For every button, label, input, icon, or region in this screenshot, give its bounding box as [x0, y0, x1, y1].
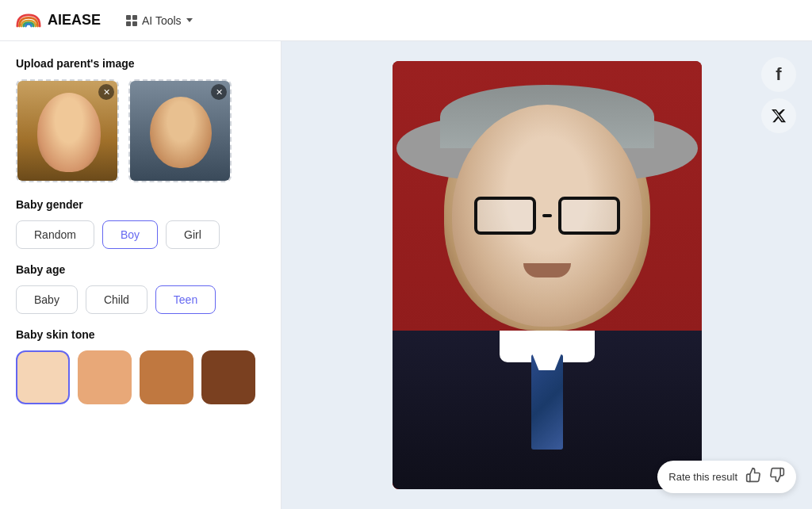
suit-area: [393, 331, 702, 489]
gender-boy-button[interactable]: Boy: [102, 220, 158, 249]
right-panel: f Rate this result: [282, 41, 812, 509]
logo: AIEASE: [16, 12, 101, 29]
facebook-icon: f: [776, 64, 781, 85]
chevron-down-icon: [186, 18, 193, 22]
logo-text: AIEASE: [48, 12, 101, 29]
age-child-button[interactable]: Child: [86, 285, 147, 314]
social-icons: f: [761, 57, 796, 133]
parent-image-2[interactable]: ✕: [128, 79, 232, 182]
skin-swatch-1[interactable]: [16, 350, 70, 404]
left-panel: Upload parent's image ✕ ✕ Baby gender Ra…: [0, 41, 282, 509]
close-image-1[interactable]: ✕: [98, 84, 114, 100]
skin-swatches: [16, 350, 265, 404]
twitter-share-button[interactable]: [761, 98, 796, 133]
gender-section: Baby gender Random Boy Girl: [16, 198, 265, 249]
close-image-2[interactable]: ✕: [211, 84, 227, 100]
header: AIEASE AI Tools: [0, 0, 812, 41]
upload-title: Upload parent's image: [16, 57, 265, 70]
skin-section: Baby skin tone: [16, 328, 265, 404]
facebook-share-button[interactable]: f: [761, 57, 796, 92]
gender-random-button[interactable]: Random: [16, 220, 94, 249]
age-title: Baby age: [16, 263, 265, 276]
upload-images: ✕ ✕: [16, 79, 265, 182]
thumbs-down-button[interactable]: [769, 467, 785, 487]
parent-image-1[interactable]: ✕: [16, 79, 119, 182]
skin-title: Baby skin tone: [16, 328, 265, 341]
skin-swatch-3[interactable]: [140, 350, 193, 404]
upload-section: Upload parent's image ✕ ✕: [16, 57, 265, 182]
grid-icon: [126, 15, 137, 26]
gender-buttons: Random Boy Girl: [16, 220, 265, 249]
ai-tools-button[interactable]: AI Tools: [117, 10, 202, 32]
age-teen-button[interactable]: Teen: [155, 285, 216, 314]
skin-swatch-4[interactable]: [201, 350, 255, 404]
thumbs-up-button[interactable]: [745, 467, 761, 487]
x-twitter-icon: [771, 108, 787, 124]
logo-icon: [16, 12, 41, 29]
skin-swatch-2[interactable]: [78, 350, 132, 404]
age-baby-button[interactable]: Baby: [16, 285, 78, 314]
age-buttons: Baby Child Teen: [16, 285, 265, 314]
age-section: Baby age Baby Child Teen: [16, 263, 265, 314]
result-image: [393, 61, 702, 489]
ai-tools-label: AI Tools: [142, 14, 182, 27]
rate-bar: Rate this result: [657, 461, 796, 493]
main-content: Upload parent's image ✕ ✕ Baby gender Ra…: [0, 41, 812, 509]
gender-girl-button[interactable]: Girl: [166, 220, 220, 249]
result-face: [393, 61, 702, 489]
gender-title: Baby gender: [16, 198, 265, 211]
rate-label: Rate this result: [668, 471, 737, 483]
